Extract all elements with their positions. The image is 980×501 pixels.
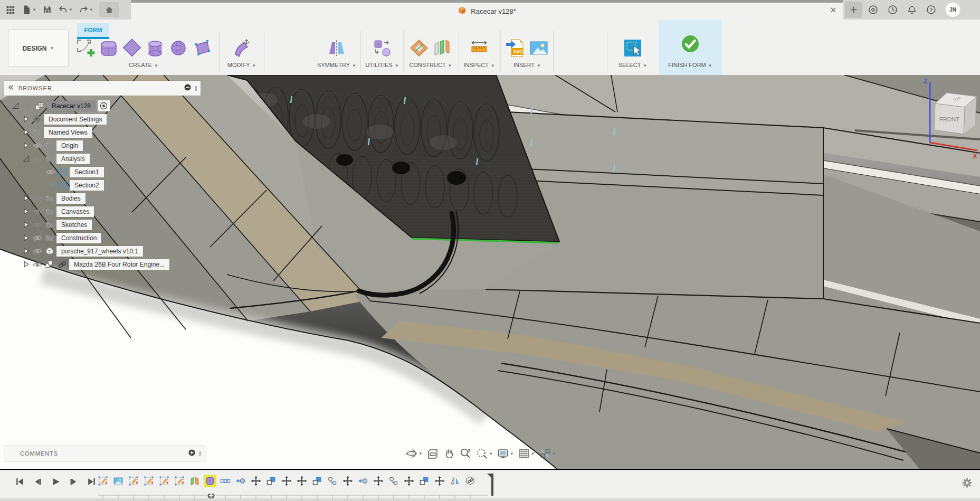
grid-display-icon[interactable]: ▼ [518, 447, 535, 460]
go-to-start-icon[interactable] [15, 477, 25, 489]
look-at-icon[interactable] [426, 447, 439, 460]
document-tab[interactable]: Racecar v128* [131, 0, 843, 20]
save-icon[interactable] [42, 5, 52, 15]
visibility-hidden-icon[interactable] [32, 140, 43, 151]
group-label[interactable]: INSERT ▼ [501, 62, 554, 68]
timeline-feature-sketch-icon[interactable] [128, 476, 139, 486]
group-label[interactable]: SELECT ▼ [606, 62, 659, 68]
redo-icon[interactable]: ▼ [79, 5, 93, 15]
timeline-scrollbar[interactable] [0, 498, 980, 501]
visibility-hidden-icon[interactable] [32, 233, 43, 243]
browser-item-label[interactable]: Named Views [44, 127, 92, 138]
browser-row[interactable]: Mazda 26B Four Rotor Engine... [4, 258, 201, 271]
create-sketch-icon[interactable] [75, 37, 96, 59]
home-view-button[interactable] [99, 2, 119, 17]
expander-open-icon[interactable] [12, 102, 20, 110]
visibility-eye-icon[interactable] [32, 220, 43, 230]
undo-icon[interactable]: ▼ [58, 5, 73, 15]
browser-item-label[interactable]: Sketches [56, 220, 92, 230]
timeline-settings-gear-icon[interactable] [962, 477, 973, 490]
timeline-feature-mirror-icon[interactable] [450, 476, 460, 486]
browser-item-label[interactable]: Canvases [56, 206, 94, 217]
browser-row[interactable]: porsche_917_wheels v10:1 [4, 244, 201, 258]
expander-icon[interactable] [22, 141, 30, 149]
expander-icon[interactable] [22, 221, 30, 229]
visibility-eye-icon[interactable] [22, 101, 32, 111]
panel-grip[interactable]: ‖ [199, 450, 202, 458]
timeline-feature-components-icon[interactable] [220, 476, 231, 486]
timeline-feature-move-icon[interactable] [281, 476, 292, 486]
primitive-cylinder-icon[interactable] [145, 37, 166, 59]
display-settings-icon[interactable]: ▼ [497, 447, 514, 460]
file-icon[interactable]: ▼ [22, 5, 36, 15]
group-label[interactable]: INSPECT ▼ [456, 62, 502, 68]
timeline-feature-form-icon[interactable] [205, 476, 215, 486]
timeline-feature-sketch-icon[interactable] [174, 476, 185, 486]
timeline-feature-move-icon[interactable] [297, 476, 307, 486]
step-back-icon[interactable] [33, 477, 43, 489]
expander-icon[interactable] [22, 260, 30, 268]
panel-grip[interactable]: ‖ [195, 84, 197, 92]
browser-item-label[interactable]: Mazda 26B Four Rotor Engine... [69, 259, 169, 270]
user-avatar[interactable]: JN [945, 2, 960, 17]
convert-utility-icon[interactable] [372, 37, 393, 59]
comments-panel[interactable]: COMMENTS ‖ [4, 446, 206, 461]
group-label[interactable]: MODIFY ▼ [221, 62, 263, 68]
timeline-feature-sketch-icon[interactable] [159, 476, 169, 486]
notifications-icon[interactable] [907, 5, 917, 15]
help-icon[interactable]: ? [926, 4, 937, 15]
timeline-feature-canvas-icon[interactable] [113, 476, 123, 486]
expander-icon[interactable] [22, 128, 30, 136]
select-window-icon[interactable] [622, 37, 643, 59]
play-icon[interactable] [51, 477, 61, 489]
browser-item-label[interactable]: Section2 [70, 180, 104, 191]
browser-item-label[interactable]: Document Settings [44, 114, 107, 125]
timeline-feature-move-icon[interactable] [434, 476, 445, 486]
timeline-feature-sketch-icon[interactable] [144, 476, 154, 486]
timeline-feature-linked-component-icon[interactable] [465, 476, 475, 486]
browser-row[interactable]: Analysis [4, 152, 201, 165]
insert-svg-icon[interactable]: SVG [505, 37, 526, 59]
browser-item-label[interactable]: Origin [56, 140, 83, 151]
close-icon[interactable] [827, 4, 839, 16]
add-comment-icon[interactable] [188, 449, 196, 459]
browser-item-label[interactable]: Bodies [56, 193, 85, 204]
browser-row[interactable]: Bodies [4, 192, 201, 205]
expander-icon[interactable] [22, 115, 30, 123]
timeline-feature-joint-icon[interactable] [235, 476, 246, 486]
visibility-eye-icon[interactable] [32, 259, 43, 270]
measure-icon[interactable] [469, 37, 490, 59]
primitive-plane-icon[interactable] [121, 37, 142, 59]
timeline-feature-move-icon[interactable] [404, 476, 414, 486]
viewports-icon[interactable]: ▼ [539, 447, 556, 460]
browser-row[interactable]: Document Settings [4, 112, 201, 126]
orbit-icon[interactable]: ▼ [405, 447, 423, 460]
viewport-3d[interactable]: Z X FRONT TOP BROWSER ‖ Racecar v128Docu… [0, 75, 980, 470]
visibility-eye-icon[interactable] [32, 154, 43, 164]
construct-offset-plane-icon[interactable] [408, 37, 430, 59]
edit-form-icon[interactable] [231, 37, 252, 59]
browser-item-label[interactable]: Racecar v128 [47, 101, 96, 111]
group-label[interactable]: UTILITIES ▼ [358, 62, 406, 68]
group-label[interactable]: CREATE ▼ [70, 62, 217, 68]
mirror-symmetry-icon[interactable] [326, 37, 347, 59]
workspace-switcher[interactable]: DESIGN▼ [8, 30, 69, 67]
expander-icon[interactable] [22, 247, 30, 255]
browser-header[interactable]: BROWSER ‖ [4, 81, 201, 96]
browser-row[interactable]: Origin [4, 139, 201, 152]
browser-row[interactable]: Named Views [4, 126, 201, 139]
timeline-feature-construct-plane-icon[interactable] [189, 476, 200, 486]
group-label[interactable]: CONSTRUCT ▼ [402, 62, 460, 68]
primitive-box-icon[interactable] [98, 37, 119, 59]
primitive-sphere-icon[interactable] [168, 37, 189, 59]
activate-component-radio[interactable] [98, 100, 110, 111]
timeline-feature-pattern-icon[interactable] [327, 476, 338, 486]
browser-row[interactable]: Racecar v128 [4, 99, 201, 112]
step-forward-icon[interactable] [69, 477, 79, 489]
expander-icon[interactable] [22, 207, 30, 215]
extensions-icon[interactable] [868, 4, 879, 15]
go-to-end-icon[interactable] [87, 477, 97, 489]
timeline-feature-scale-icon[interactable] [312, 476, 322, 486]
visibility-eye-icon[interactable] [32, 193, 43, 204]
remove-icon[interactable] [184, 83, 192, 93]
